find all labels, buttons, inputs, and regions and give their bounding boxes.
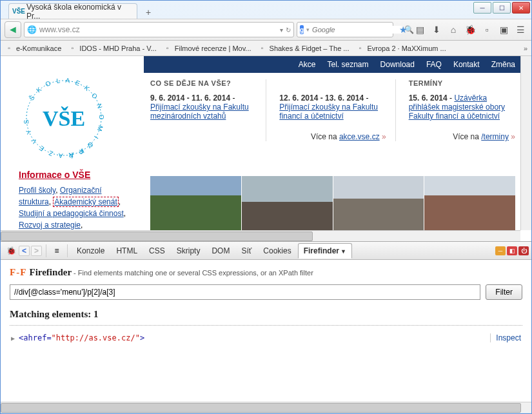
devtools-icon[interactable]: ▣ — [497, 23, 511, 37]
bm-icon: ▫ — [68, 44, 77, 53]
new-tab-button[interactable]: + — [141, 6, 155, 19]
search-input[interactable] — [312, 26, 402, 34]
event-link[interactable]: Přijímací zkoušky na Fakultu mezinárodní… — [150, 103, 249, 121]
menu-icon[interactable]: ☰ — [513, 23, 527, 37]
more-label: Více na — [311, 132, 339, 141]
tab-firefinder[interactable]: Firefinder▼ — [298, 243, 352, 259]
bm-label: e-Komunikace — [16, 44, 61, 52]
bm-label: IDOS - MHD Praha - V... — [79, 44, 156, 52]
bookmark-item[interactable]: ▫e-Komunikace — [5, 44, 61, 53]
firebug-horizontal-scrollbar[interactable] — [1, 402, 531, 413]
panel-close-button[interactable]: ⏻ — [518, 246, 529, 255]
chevron-down-icon: ▼ — [340, 248, 346, 255]
inspect-link[interactable]: Inspect — [490, 333, 521, 342]
more-label: Více na — [453, 132, 481, 141]
nav-link[interactable]: Akce — [299, 60, 316, 69]
firefinder-title: F-F Firefinder - Find elements matching … — [10, 266, 522, 278]
nav-link[interactable]: Kontakt — [453, 60, 480, 69]
back-button[interactable]: ◄ — [5, 21, 21, 38]
nav-back-button[interactable]: < — [19, 246, 30, 256]
vertical-scrollbar[interactable] — [520, 56, 531, 230]
link-highlighted[interactable]: Akademický senát — [53, 197, 118, 207]
panel-popout-button[interactable]: ◧ — [507, 246, 517, 255]
result-row[interactable]: ▶ <a href="http://as.vse.cz/"> Inspect — [10, 331, 522, 345]
url-input[interactable] — [39, 25, 277, 34]
panel-minimize-button[interactable]: ─ — [495, 246, 506, 255]
browser-tab[interactable]: VŠE Vysoká škola ekonomická v Pr... — [8, 3, 137, 19]
news-column-1: CO SE DĚJE NA VŠE? 9. 6. 2014 - 11. 6. 2… — [150, 79, 266, 141]
list-icon[interactable]: ≡ — [50, 244, 63, 257]
link[interactable]: Studijní a pedagogická činnost — [19, 209, 124, 218]
col-heading: TERMÍNY — [409, 79, 515, 87]
more-link[interactable]: /terminy — [481, 132, 509, 141]
tab-title: Vysoká škola ekonomická v Pr... — [26, 3, 132, 21]
svg-text:VŠE: VŠE — [43, 106, 85, 130]
chevron-down-icon[interactable]: ▾ — [306, 26, 310, 33]
tab-skripty[interactable]: Skripty — [172, 244, 206, 258]
downloads-icon[interactable]: ⬇ — [429, 23, 444, 37]
filter-button[interactable]: Filter — [486, 284, 522, 300]
news-column-2: 12. 6. 2014 - 13. 6. 2014 - Přijímací zk… — [279, 79, 395, 141]
firefinder-name: Firefinder — [30, 267, 72, 277]
event-date: 15. 6. 2014 — [409, 94, 448, 103]
reload-icon[interactable]: ↻ — [286, 26, 291, 34]
event-link[interactable]: Přijímací zkoušky na Fakultu financí a ú… — [279, 103, 378, 121]
bm-label: Shakes & Fidget – The ... — [270, 44, 350, 52]
navigation-toolbar: ◄ 🌐 ▾ ↻ g ▾ 🔍 ★ ▤ ⬇ ⌂ 🐞 ▫ ▣ ☰ — [1, 19, 531, 41]
window-close-button[interactable]: ✕ — [512, 2, 530, 14]
nav-forward-button[interactable]: > — [31, 246, 42, 256]
bookmark-item[interactable]: ▫IDOS - MHD Praha - V... — [68, 44, 156, 53]
more-link[interactable]: akce.vse.cz — [339, 132, 380, 141]
window-minimize-button[interactable]: ─ — [473, 2, 491, 14]
site-logo[interactable]: Š K O L A E K O N O M I C K Á V P R A Z … — [19, 73, 132, 163]
firebug-icon[interactable]: 🐞 — [463, 23, 477, 37]
link[interactable]: Profil školy — [19, 186, 55, 195]
home-icon[interactable]: ⌂ — [446, 23, 460, 37]
nav-link[interactable]: Tel. seznam — [328, 60, 369, 69]
result-tag: <a — [19, 333, 28, 342]
firebug-panel: 🐞 < > ≡ Konzole HTML CSS Skripty DOM Síť… — [1, 242, 531, 413]
site-top-nav: Akce Tel. seznam Download FAQ Kontakt Zm… — [144, 56, 522, 73]
search-bar[interactable]: g ▾ 🔍 — [297, 22, 393, 37]
tab-css[interactable]: CSS — [144, 244, 170, 258]
bookmark-item[interactable]: ▫Evropa 2 · MaXXimum ... — [355, 44, 446, 53]
bookmark-item[interactable]: ▫Filmové recenze | Mov... — [163, 44, 251, 53]
globe-icon: 🌐 — [27, 25, 37, 34]
nav-link[interactable]: FAQ — [426, 60, 442, 69]
site-favicon: VŠE — [14, 7, 23, 16]
google-icon: g — [300, 25, 304, 34]
bookmark-item[interactable]: ▫Shakes & Fidget – The ... — [258, 44, 350, 53]
expand-triangle-icon[interactable]: ▶ — [11, 335, 15, 342]
arrow-icon: » — [380, 132, 386, 141]
horizontal-scrollbar[interactable] — [1, 230, 520, 241]
firebug-toolbar: 🐞 < > ≡ Konzole HTML CSS Skripty DOM Síť… — [1, 242, 531, 260]
nav-link[interactable]: Download — [380, 60, 415, 69]
nav-link[interactable]: Změna — [491, 60, 515, 69]
tab-dom[interactable]: DOM — [206, 244, 235, 258]
info-heading[interactable]: Informace o VŠE — [19, 168, 132, 182]
result-attr-value: "http://as.vse.cz/" — [52, 333, 140, 342]
result-close: > — [140, 333, 144, 342]
tab-html[interactable]: HTML — [111, 244, 143, 258]
bm-icon: ▫ — [355, 44, 364, 53]
col-heading: CO SE DĚJE NA VŠE? — [150, 79, 257, 87]
bm-icon: ▫ — [163, 44, 172, 53]
addon-icon[interactable]: ▫ — [480, 23, 494, 37]
url-bar[interactable]: 🌐 ▾ ↻ — [24, 22, 294, 37]
result-attr-name: href= — [28, 333, 51, 342]
link[interactable]: Rozvoj a strategie — [19, 221, 81, 230]
bm-label: Filmové recenze | Mov... — [175, 44, 251, 52]
bookmarks-list-icon[interactable]: ▤ — [413, 23, 427, 37]
tab-konzole[interactable]: Konzole — [72, 244, 110, 258]
xpath-input[interactable] — [10, 284, 480, 300]
dropdown-icon[interactable]: ▾ — [280, 26, 283, 34]
window-maximize-button[interactable]: ☐ — [493, 2, 511, 14]
bm-icon: ▫ — [258, 44, 267, 53]
arrow-icon: » — [509, 132, 515, 141]
bookmark-star-icon[interactable]: ★ — [396, 23, 410, 37]
bookmarks-overflow-icon[interactable]: » — [524, 44, 527, 52]
tab-sit[interactable]: Síť — [236, 244, 257, 258]
firebug-logo-icon[interactable]: 🐞 — [5, 244, 17, 257]
firefinder-logo: F-F — [10, 267, 26, 277]
tab-cookies[interactable]: Cookies — [258, 244, 296, 258]
